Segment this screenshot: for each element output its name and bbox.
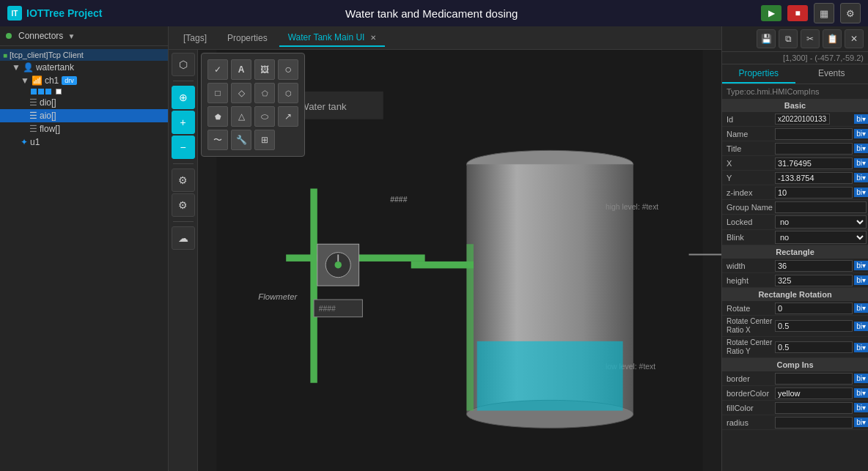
prop-value-groupname (773, 201, 868, 214)
prop-row-x: X bi▾ (722, 156, 868, 171)
widget-curve[interactable]: ↗ (278, 106, 298, 127)
tab-events-right[interactable]: Events (795, 64, 869, 84)
widget-check[interactable]: ✓ (207, 59, 228, 80)
widget-diamond[interactable]: ◇ (231, 83, 251, 103)
prop-input-width[interactable] (775, 260, 853, 272)
widget-circle[interactable]: ○ (278, 59, 298, 80)
tree-node-ch1[interactable]: ▼ 📶 ch1 drv (0, 74, 168, 87)
prop-label-rotate: Rotate (722, 303, 773, 314)
bind-btn-radius[interactable]: bi▾ (854, 418, 868, 427)
widget-image[interactable]: 🖼 (254, 59, 275, 80)
bind-btn-rotate-cy[interactable]: bi▾ (854, 343, 868, 352)
prop-input-rotate[interactable] (775, 303, 853, 314)
bind-btn-rotate-cx[interactable]: bi▾ (854, 322, 868, 331)
bind-btn-border-color[interactable]: bi▾ (854, 388, 868, 398)
widget-ellipse[interactable]: ⬭ (254, 106, 275, 127)
bind-btn-width[interactable]: bi▾ (854, 261, 868, 270)
tree-label-watertank: watertank (36, 62, 74, 73)
widget-wrench[interactable]: 🔧 (231, 130, 251, 150)
prop-value-y (773, 171, 854, 185)
prop-input-border[interactable] (775, 373, 853, 385)
bind-btn-height[interactable]: bi▾ (854, 275, 868, 285)
gear2-tool-btn[interactable]: ⚙ (172, 193, 195, 217)
prop-input-rotate-cy[interactable] (775, 341, 853, 353)
prop-value-rotate (773, 302, 854, 315)
tree-node-dio[interactable]: ☰ dio[] (0, 96, 168, 109)
widget-shape3[interactable]: ⬟ (207, 106, 228, 127)
svg-text:high level: #text: high level: #text (606, 203, 658, 211)
prop-input-border-color[interactable] (775, 387, 853, 399)
prop-label-border-color: borderColor (722, 387, 773, 399)
widget-wave[interactable]: 〜 (207, 130, 228, 150)
widget-shape2[interactable]: ⬡ (278, 83, 298, 103)
u1-icon: ✦ (21, 137, 28, 147)
widget-rectangle[interactable]: □ (207, 83, 228, 103)
bind-btn-border[interactable]: bi▾ (854, 374, 868, 383)
prop-input-zindex[interactable] (775, 187, 853, 199)
prop-select-blink[interactable]: noyes (775, 231, 867, 244)
tab-properties-right[interactable]: Properties (722, 64, 795, 84)
prop-label-rotate-cx: Rotate CenterRatio X (722, 316, 773, 336)
prop-input-title[interactable] (775, 143, 853, 155)
blue-sq-3 (45, 89, 51, 94)
bind-btn-name[interactable]: bi▾ (854, 129, 868, 138)
play-button[interactable]: ▶ (761, 5, 781, 21)
tree-node-tcp-client[interactable]: ■ [tcp_client]Tcp Client (0, 49, 168, 61)
right-panel: 💾 ⧉ ✂ 📋 ✕ [1,300] - (-457.7,-59.2) Prope… (721, 26, 868, 471)
prop-select-locked[interactable]: noyes (775, 215, 867, 229)
bind-btn-y[interactable]: bi▾ (854, 173, 868, 182)
prop-row-id: Id bi▾ (722, 112, 868, 127)
connectors-dropdown[interactable]: ▼ (67, 32, 75, 40)
prop-input-fill-color[interactable] (775, 402, 853, 414)
target-tool-btn[interactable]: ⊕ (172, 86, 195, 109)
ch1-icon: 📶 (32, 75, 43, 86)
component-tool-btn[interactable]: ⬡ (172, 53, 195, 76)
tree-node-aio[interactable]: ☰ aio[] (0, 109, 168, 122)
cloud-tool-btn[interactable]: ☁ (172, 226, 195, 250)
tree-node-flow[interactable]: ☰ flow[] (0, 122, 168, 136)
prop-row-rotate: Rotate bi▾ (722, 301, 868, 316)
widget-shape1[interactable]: ⬠ (254, 83, 275, 103)
widget-text[interactable]: A (231, 59, 251, 80)
prop-input-x[interactable] (775, 157, 853, 169)
minus-tool-btn[interactable]: − (172, 136, 195, 159)
gear-tool-btn[interactable]: ⚙ (172, 168, 195, 192)
prop-input-radius[interactable] (775, 417, 853, 429)
bind-btn-id[interactable]: bi▾ (854, 114, 868, 124)
app-title: Water tank and Medicament dosing (114, 7, 749, 20)
close-right-btn[interactable]: ✕ (845, 29, 864, 48)
prop-input-name[interactable] (775, 128, 853, 140)
prop-input-id[interactable] (775, 114, 830, 125)
prop-input-y[interactable] (775, 172, 853, 184)
section-comp-ins: Comp Ins (722, 358, 868, 371)
tab-tags[interactable]: [Tags] (174, 30, 216, 46)
prop-input-height[interactable] (775, 275, 853, 286)
prop-value-title (773, 142, 854, 155)
tab-main-ui[interactable]: Water Tank Main UI ✕ (279, 29, 385, 47)
bind-btn-fill-color[interactable]: bi▾ (854, 403, 868, 412)
paste-btn[interactable]: 📋 (823, 29, 842, 48)
copy-btn[interactable]: ⧉ (779, 29, 798, 48)
stop-button[interactable]: ■ (787, 5, 808, 21)
widget-triangle[interactable]: △ (231, 106, 251, 127)
save-btn[interactable]: 💾 (757, 29, 776, 48)
settings-button[interactable]: ⚙ (840, 3, 861, 23)
tree-label-dio: dio[] (40, 97, 56, 108)
tree-node-u1[interactable]: ✦ u1 (0, 136, 168, 149)
layout-button[interactable]: ▦ (814, 3, 834, 23)
cut-btn[interactable]: ✂ (801, 29, 820, 48)
prop-input-rotate-cx[interactable] (775, 320, 853, 332)
prop-value-rotate-cx (773, 319, 854, 333)
tab-properties[interactable]: Properties (218, 30, 276, 46)
bind-btn-rotate[interactable]: bi▾ (854, 303, 868, 313)
prop-input-groupname[interactable] (775, 201, 867, 213)
add-tool-btn[interactable]: + (172, 111, 195, 134)
tree-node-watertank[interactable]: ▼ 👤 watertank (0, 61, 168, 74)
widget-grid[interactable]: ⊞ (254, 130, 275, 150)
bind-btn-title[interactable]: bi▾ (854, 144, 868, 153)
widget-panel: ✓ A 🖼 ○ □ ◇ ⬠ ⬡ ⬟ △ ⬭ ↗ 〜 🔧 ⊞ (201, 53, 305, 157)
section-rect-rotation: Rectangle Rotation (722, 288, 868, 301)
bind-btn-x[interactable]: bi▾ (854, 158, 868, 168)
bind-btn-zindex[interactable]: bi▾ (854, 188, 868, 197)
tab-close-icon[interactable]: ✕ (370, 34, 376, 42)
